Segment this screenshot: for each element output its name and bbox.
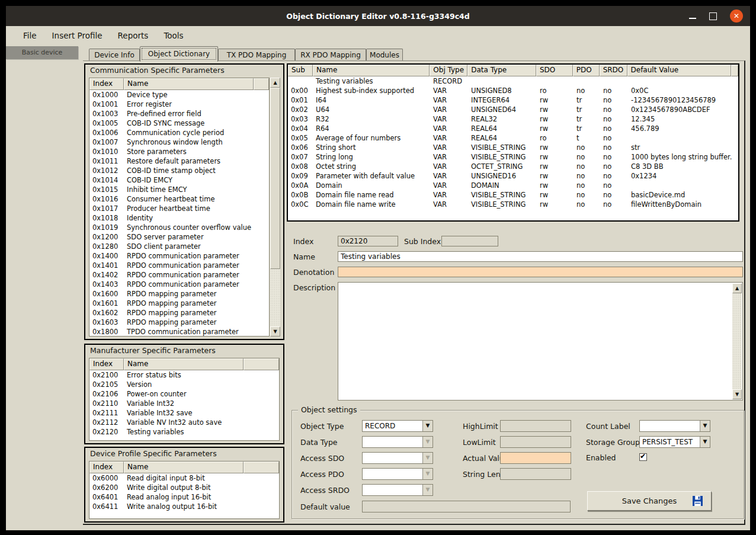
table-row[interactable]: 0x1012COB-ID time stamp object — [89, 166, 269, 175]
table-row[interactable]: 0x2100Error status bits — [89, 370, 279, 380]
table-row[interactable]: 0x0BDomain file name readVARVISIBLE_STRI… — [288, 190, 738, 200]
minimize-button[interactable] — [689, 18, 696, 19]
menu-reports[interactable]: Reports — [110, 28, 156, 43]
menu-bar: File Insert Profile Reports Tools — [6, 26, 750, 45]
table-row[interactable]: 0x1005COB-ID SYNC message — [89, 118, 269, 128]
actual-value-field[interactable] — [500, 452, 571, 464]
table-row[interactable]: 0x07String longVARVISIBLE_STRINGrwnono10… — [288, 152, 738, 162]
count-label-combobox[interactable]: ▼ — [639, 420, 710, 432]
table-row[interactable]: 0x1003Pre-defined error field — [89, 109, 269, 118]
table-row[interactable]: 0x6200Write digital output 8-bit — [89, 483, 279, 492]
table-row[interactable]: 0x1601RPDO mapping parameter — [89, 299, 269, 308]
tab-modules[interactable]: Modules — [366, 49, 403, 61]
table-row[interactable]: 0x05Average of four numbersVARREAL64rotn… — [288, 133, 738, 143]
tab-device-info[interactable]: Device Info — [89, 49, 140, 61]
default-value-field[interactable] — [362, 501, 571, 512]
table-row[interactable]: 0x1006Communication cycle period — [89, 128, 269, 137]
index-field[interactable] — [338, 236, 398, 246]
table-row[interactable]: Testing variablesRECORD — [288, 76, 738, 86]
table-row[interactable]: 0x03R32VARREAL32rwtrno12.345 — [288, 114, 738, 124]
access-sdo-combobox[interactable]: ▼ — [362, 452, 433, 464]
low-limit-field[interactable] — [500, 436, 571, 448]
scrollbar-thumb[interactable] — [270, 88, 280, 269]
column-header: PDO — [573, 65, 600, 76]
table-row[interactable]: 0x1603RPDO mapping parameter — [89, 318, 269, 327]
communication-scrollbar[interactable]: ▲ ▼ — [270, 78, 280, 337]
device-sidebar: Basic device — [6, 45, 83, 530]
scroll-up-icon[interactable]: ▲ — [732, 283, 742, 293]
string-len-min-field[interactable] — [500, 468, 571, 480]
table-row[interactable]: 0x02U64VARUNSIGNED64rwtrno0x1234567890AB… — [288, 105, 738, 114]
table-row[interactable]: 0x2120Testing variables — [89, 427, 279, 437]
table-row[interactable]: 0x6411Write analog output 16-bit — [89, 502, 279, 511]
table-row[interactable]: 0x1280SDO client parameter — [89, 242, 269, 251]
table-row[interactable]: 0x2110Variable Int32 — [89, 399, 279, 408]
table-row[interactable]: 0x2112Variable NV Int32 auto save — [89, 418, 279, 427]
tab-tx-pdo-mapping[interactable]: TX PDO Mapping — [218, 49, 295, 61]
table-row[interactable]: 0x0ADomainVARDOMAINrwnono — [288, 181, 738, 190]
storage-group-combobox[interactable]: PERSIST_TEST ▼ — [639, 436, 710, 448]
sub-index-field[interactable] — [441, 236, 498, 246]
table-row[interactable]: 0x09Parameter with default valueVARUNSIG… — [288, 171, 738, 181]
table-row[interactable]: 0x1015Inhibit time EMCY — [89, 185, 269, 194]
table-row[interactable]: 0x1011Restore default parameters — [89, 156, 269, 166]
column-header: Default Value — [627, 65, 732, 76]
table-row[interactable]: 0x00Highest sub-index supportedVARUNSIGN… — [288, 86, 738, 95]
scroll-up-icon[interactable]: ▲ — [270, 78, 280, 88]
object-type-combobox[interactable]: RECORD ▼ — [362, 420, 433, 432]
table-row[interactable]: 0x08Octet stringVAROCTET_STRINGrwnonoC8 … — [288, 162, 738, 171]
table-row[interactable]: 0x2106Power-on counter — [89, 389, 279, 399]
enabled-checkbox[interactable] — [639, 453, 647, 461]
menu-file[interactable]: File — [15, 28, 44, 43]
scroll-down-icon[interactable]: ▼ — [732, 389, 742, 399]
high-limit-label: HighLimit — [463, 422, 498, 431]
denotation-field[interactable] — [338, 267, 743, 277]
name-field[interactable] — [338, 251, 743, 262]
panel-title: Manufacturer Specific Parameters — [85, 345, 283, 357]
table-row[interactable]: 0x1010Store parameters — [89, 147, 269, 156]
maximize-button[interactable] — [709, 12, 717, 20]
table-row[interactable]: 0x1602RPDO mapping parameter — [89, 308, 269, 318]
close-button[interactable]: ✕ — [730, 9, 743, 23]
table-row[interactable]: 0x1800TPDO communication parameter — [89, 327, 269, 337]
table-row[interactable]: 0x1007Synchronous window length — [89, 137, 269, 147]
table-row[interactable]: 0x1402RPDO communication parameter — [89, 270, 269, 280]
tab-object-dictionary[interactable]: Object Dictionary — [140, 46, 218, 62]
table-row[interactable]: 0x2105Version — [89, 380, 279, 389]
table-row[interactable]: 0x06String shortVARVISIBLE_STRINGrwnonos… — [288, 143, 738, 152]
table-row[interactable]: 0x2111Variable Int32 save — [89, 408, 279, 418]
tab-rx-pdo-mapping[interactable]: RX PDO Mapping — [295, 49, 366, 61]
access-srdo-combobox[interactable]: ▼ — [362, 484, 433, 496]
scroll-down-icon[interactable]: ▼ — [270, 326, 280, 337]
high-limit-field[interactable] — [500, 420, 571, 432]
access-pdo-combobox[interactable]: ▼ — [362, 468, 433, 480]
save-changes-button[interactable]: Save Changes — [587, 491, 712, 511]
table-row[interactable]: 0x1403RPDO communication parameter — [89, 280, 269, 289]
description-textarea[interactable]: ▲ ▼ — [338, 282, 743, 401]
menu-insert-profile[interactable]: Insert Profile — [44, 28, 110, 43]
scrollbar-track[interactable] — [732, 293, 742, 389]
scrollbar-track[interactable] — [270, 269, 280, 326]
table-row[interactable]: 0x04R64VARREAL64rwtrno456.789 — [288, 124, 738, 133]
table-row[interactable]: 0x1017Producer heartbeat time — [89, 204, 269, 213]
table-row[interactable]: 0x1000Device type — [89, 90, 269, 100]
table-row[interactable]: 0x1001Error register — [89, 100, 269, 109]
table-row[interactable]: 0x1016Consumer heartbeat time — [89, 194, 269, 204]
table-row[interactable]: 0x1014COB-ID EMCY — [89, 175, 269, 185]
table-row[interactable]: 0x6000Read digital input 8-bit — [89, 473, 279, 483]
table-row[interactable]: 0x1018Identity — [89, 213, 269, 223]
table-row[interactable]: 0x1401RPDO communication parameter — [89, 261, 269, 270]
table-row[interactable]: 0x01I64VARINTEGER64rwtrno-12345678901234… — [288, 95, 738, 105]
device-profile-params-panel: Device Profile Specific Parameters Index… — [84, 447, 284, 523]
table-row[interactable]: 0x1200SDO server parameter — [89, 232, 269, 242]
table-row[interactable]: 0x6401Read analog input 16-bit — [89, 492, 279, 502]
menu-tools[interactable]: Tools — [156, 28, 191, 43]
column-header: Name — [124, 78, 254, 90]
table-row[interactable]: 0x0CDomain file name writeVARVISIBLE_STR… — [288, 200, 738, 209]
description-scrollbar[interactable]: ▲ ▼ — [732, 283, 742, 399]
sidebar-item-basic-device[interactable]: Basic device — [6, 46, 78, 59]
table-row[interactable]: 0x1019Synchronous counter overflow value — [89, 223, 269, 232]
data-type-combobox[interactable]: ▼ — [362, 436, 433, 448]
table-row[interactable]: 0x1400RPDO communication parameter — [89, 251, 269, 261]
table-row[interactable]: 0x1600RPDO mapping parameter — [89, 289, 269, 299]
